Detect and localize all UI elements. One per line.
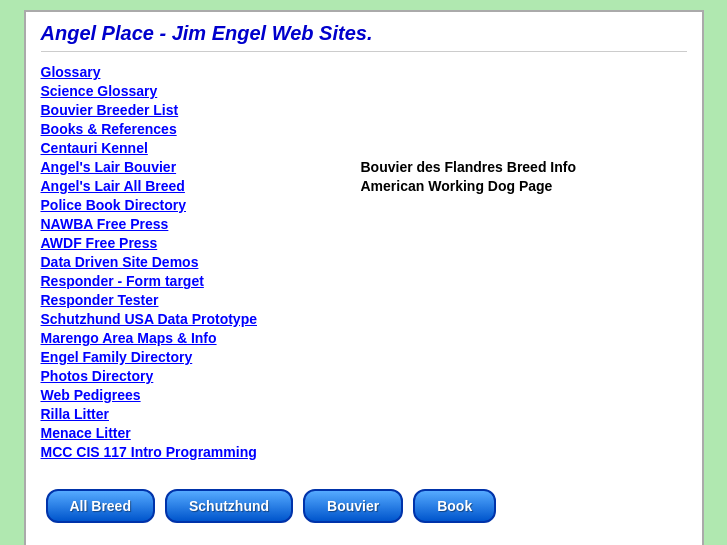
nav-link-11[interactable]: Responder - Form target bbox=[41, 273, 301, 289]
nav-link-9[interactable]: AWDF Free Press bbox=[41, 235, 301, 251]
nav-button-all-breed[interactable]: All Breed bbox=[46, 489, 155, 523]
list-item: Data Driven Site Demos bbox=[41, 254, 687, 270]
link-description: Bouvier des Flandres Breed Info bbox=[361, 159, 577, 175]
nav-link-16[interactable]: Photos Directory bbox=[41, 368, 301, 384]
nav-link-1[interactable]: Science Glossary bbox=[41, 83, 301, 99]
nav-link-8[interactable]: NAWBA Free Press bbox=[41, 216, 301, 232]
list-item: Police Book Directory bbox=[41, 197, 687, 213]
list-item: Marengo Area Maps & Info bbox=[41, 330, 687, 346]
list-item: AWDF Free Press bbox=[41, 235, 687, 251]
nav-link-2[interactable]: Bouvier Breeder List bbox=[41, 102, 301, 118]
list-item: Books & References bbox=[41, 121, 687, 137]
list-item: Responder - Form target bbox=[41, 273, 687, 289]
nav-link-5[interactable]: Angel's Lair Bouvier bbox=[41, 159, 301, 175]
nav-link-15[interactable]: Engel Family Directory bbox=[41, 349, 301, 365]
nav-link-20[interactable]: MCC CIS 117 Intro Programming bbox=[41, 444, 301, 460]
nav-link-12[interactable]: Responder Tester bbox=[41, 292, 301, 308]
bottom-buttons: All BreedSchutzhundBouvierBook bbox=[41, 481, 687, 531]
list-item: Angel's Lair All BreedAmerican Working D… bbox=[41, 178, 687, 194]
nav-link-14[interactable]: Marengo Area Maps & Info bbox=[41, 330, 301, 346]
nav-link-7[interactable]: Police Book Directory bbox=[41, 197, 301, 213]
nav-link-18[interactable]: Rilla Litter bbox=[41, 406, 301, 422]
nav-button-book[interactable]: Book bbox=[413, 489, 496, 523]
list-item: Rilla Litter bbox=[41, 406, 687, 422]
list-item: Menace Litter bbox=[41, 425, 687, 441]
links-section: GlossaryScience GlossaryBouvier Breeder … bbox=[41, 64, 687, 463]
link-description: American Working Dog Page bbox=[361, 178, 553, 194]
list-item: Photos Directory bbox=[41, 368, 687, 384]
list-item: Glossary bbox=[41, 64, 687, 80]
list-item: Schutzhund USA Data Prototype bbox=[41, 311, 687, 327]
main-container: Angel Place - Jim Engel Web Sites. Gloss… bbox=[24, 10, 704, 545]
list-item: Science Glossary bbox=[41, 83, 687, 99]
nav-link-10[interactable]: Data Driven Site Demos bbox=[41, 254, 301, 270]
list-item: Angel's Lair BouvierBouvier des Flandres… bbox=[41, 159, 687, 175]
nav-link-3[interactable]: Books & References bbox=[41, 121, 301, 137]
list-item: Engel Family Directory bbox=[41, 349, 687, 365]
list-item: Web Pedigrees bbox=[41, 387, 687, 403]
page-title: Angel Place - Jim Engel Web Sites. bbox=[41, 22, 687, 52]
nav-button-schutzhund[interactable]: Schutzhund bbox=[165, 489, 293, 523]
list-item: NAWBA Free Press bbox=[41, 216, 687, 232]
list-item: Responder Tester bbox=[41, 292, 687, 308]
nav-link-13[interactable]: Schutzhund USA Data Prototype bbox=[41, 311, 301, 327]
nav-link-4[interactable]: Centauri Kennel bbox=[41, 140, 301, 156]
list-item: MCC CIS 117 Intro Programming bbox=[41, 444, 687, 460]
nav-link-19[interactable]: Menace Litter bbox=[41, 425, 301, 441]
nav-link-17[interactable]: Web Pedigrees bbox=[41, 387, 301, 403]
list-item: Centauri Kennel bbox=[41, 140, 687, 156]
nav-button-bouvier[interactable]: Bouvier bbox=[303, 489, 403, 523]
nav-link-6[interactable]: Angel's Lair All Breed bbox=[41, 178, 301, 194]
list-item: Bouvier Breeder List bbox=[41, 102, 687, 118]
nav-link-0[interactable]: Glossary bbox=[41, 64, 301, 80]
